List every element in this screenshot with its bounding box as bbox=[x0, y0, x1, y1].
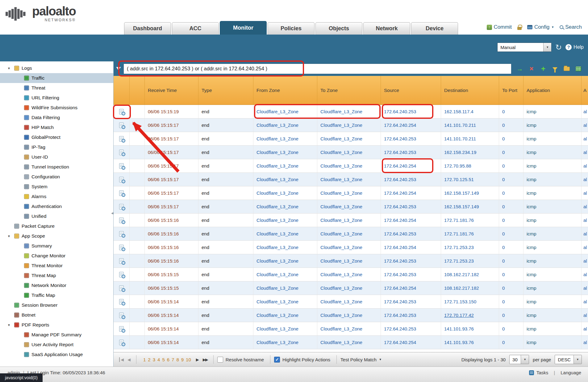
log-detail-icon[interactable] bbox=[119, 245, 124, 250]
cell-action[interactable]: al bbox=[582, 268, 588, 281]
sidebar-item-logs[interactable]: ▼Logs bbox=[0, 63, 113, 73]
expander-icon[interactable]: ▼ bbox=[7, 323, 14, 327]
cell-to-zone[interactable]: Cloudflare_L3_Zone bbox=[317, 214, 381, 227]
expander-icon[interactable]: ▼ bbox=[7, 235, 14, 238]
cell-application[interactable]: icmp bbox=[523, 146, 582, 159]
per-page-select[interactable]: 30 ▼ bbox=[509, 355, 529, 364]
tab-policies[interactable]: Policies bbox=[268, 22, 315, 35]
cell-from-zone[interactable]: Cloudflare_L3_Zone bbox=[253, 336, 317, 349]
cell-source[interactable]: 172.64.240.253 bbox=[381, 105, 441, 118]
cell-to-zone[interactable]: Cloudflare_L3_Zone bbox=[317, 268, 381, 281]
first-page-button[interactable]: ◀ bbox=[119, 357, 124, 362]
help-button[interactable]: ? Help bbox=[565, 44, 584, 50]
page-9[interactable]: 9 bbox=[181, 357, 184, 362]
filter-input[interactable] bbox=[123, 64, 511, 74]
cell-destination[interactable]: 141.101.70.211 bbox=[441, 118, 499, 132]
cell-source[interactable]: 172.64.240.254 bbox=[381, 336, 441, 349]
refresh-icon[interactable]: ↻ bbox=[555, 44, 562, 51]
cell-application[interactable]: icmp bbox=[523, 281, 582, 295]
column-header-source[interactable]: Source bbox=[381, 76, 441, 105]
cell-destination[interactable]: 172.71.153.150 bbox=[441, 295, 499, 308]
lock-icon[interactable] bbox=[517, 27, 522, 30]
sidebar-item-session-browser[interactable]: Session Browser bbox=[0, 300, 113, 310]
cell-action[interactable]: al bbox=[582, 241, 588, 254]
cell-action[interactable]: al bbox=[582, 186, 588, 200]
cell-from-zone[interactable]: Cloudflare_L3_Zone bbox=[253, 227, 317, 240]
cell-from-zone[interactable]: Cloudflare_L3_Zone bbox=[253, 159, 317, 172]
cell-application[interactable]: icmp bbox=[523, 173, 582, 186]
sort-order-select[interactable]: DESC ▼ bbox=[555, 355, 582, 364]
cell-source[interactable]: 172.64.240.253 bbox=[381, 268, 441, 281]
cell-source[interactable]: 172.64.240.253 bbox=[381, 309, 441, 322]
cell-from-zone[interactable]: Cloudflare_L3_Zone bbox=[253, 118, 317, 132]
cell-from-zone[interactable]: Cloudflare_L3_Zone bbox=[253, 173, 317, 186]
sidebar-item-globalprotect[interactable]: GlobalProtect bbox=[0, 132, 113, 142]
log-detail-icon[interactable] bbox=[119, 190, 124, 196]
cell-to-zone[interactable]: Cloudflare_L3_Zone bbox=[317, 159, 381, 172]
cell-destination[interactable]: 108.162.217.182 bbox=[441, 281, 499, 295]
cell-source[interactable]: 172.64.240.253 bbox=[381, 322, 441, 335]
sidebar-item-botnet[interactable]: Botnet bbox=[0, 310, 113, 320]
cell-application[interactable]: icmp bbox=[523, 227, 582, 240]
log-detail-icon[interactable] bbox=[119, 272, 124, 277]
cell-to-zone[interactable]: Cloudflare_L3_Zone bbox=[317, 336, 381, 349]
log-detail-icon[interactable] bbox=[119, 313, 124, 318]
sidebar-item-tunnel-inspection[interactable]: Tunnel Inspection bbox=[0, 162, 113, 172]
cell-to-zone[interactable]: Cloudflare_L3_Zone bbox=[317, 105, 381, 118]
cell-action[interactable]: al bbox=[582, 105, 588, 118]
caret-down-icon[interactable]: ▼ bbox=[573, 355, 582, 364]
cell-source[interactable]: 172.64.240.253 bbox=[381, 254, 441, 268]
cell-to-zone[interactable]: Cloudflare_L3_Zone bbox=[317, 173, 381, 186]
cell-destination[interactable]: 172.70.95.88 bbox=[441, 159, 499, 172]
cell-action[interactable]: al bbox=[582, 214, 588, 227]
tab-acc[interactable]: ACC bbox=[172, 22, 219, 35]
cell-from-zone[interactable]: Cloudflare_L3_Zone bbox=[253, 200, 317, 213]
cell-source[interactable]: 172.64.240.253 bbox=[381, 173, 441, 186]
cell-application[interactable]: icmp bbox=[523, 254, 582, 268]
expander-icon[interactable]: ▼ bbox=[7, 67, 14, 70]
cell-destination[interactable]: 162.158.157.149 bbox=[441, 200, 499, 213]
log-detail-icon[interactable] bbox=[119, 122, 124, 128]
apply-filter-icon[interactable]: → bbox=[516, 65, 524, 73]
cell-to-port[interactable]: 0 bbox=[499, 241, 523, 254]
cell-from-zone[interactable]: Cloudflare_L3_Zone bbox=[253, 322, 317, 335]
sidebar-item-traffic-map[interactable]: Traffic Map bbox=[0, 290, 113, 300]
log-detail-icon[interactable] bbox=[119, 285, 124, 291]
column-header-to-port[interactable]: To Port bbox=[499, 76, 523, 105]
cell-to-zone[interactable]: Cloudflare_L3_Zone bbox=[317, 146, 381, 159]
cell-to-port[interactable]: 0 bbox=[499, 118, 523, 132]
cell-to-zone[interactable]: Cloudflare_L3_Zone bbox=[317, 132, 381, 145]
cell-action[interactable]: al bbox=[582, 159, 588, 172]
cell-destination[interactable]: 162.158.117.4 bbox=[441, 105, 499, 118]
cell-application[interactable]: icmp bbox=[523, 268, 582, 281]
cell-application[interactable]: icmp bbox=[523, 309, 582, 322]
log-detail-icon[interactable] bbox=[119, 109, 124, 114]
cell-to-port[interactable]: 0 bbox=[499, 268, 523, 281]
cell-to-port[interactable]: 0 bbox=[499, 281, 523, 295]
cell-to-port[interactable]: 0 bbox=[499, 295, 523, 308]
sidebar-item-user-activity-report[interactable]: User Activity Report bbox=[0, 340, 113, 350]
sidebar-item-ip-tag[interactable]: IP-Tag bbox=[0, 142, 113, 152]
language-button[interactable]: Language bbox=[561, 370, 581, 375]
log-detail-icon[interactable] bbox=[119, 326, 124, 332]
config-button[interactable]: Config ▼ bbox=[527, 24, 554, 30]
column-header-from-zone[interactable]: From Zone bbox=[253, 76, 317, 105]
cell-destination[interactable]: 172.71.253.23 bbox=[441, 241, 499, 254]
cell-source[interactable]: 172.64.240.253 bbox=[381, 227, 441, 240]
cell-application[interactable]: icmp bbox=[523, 105, 582, 118]
cell-from-zone[interactable]: Cloudflare_L3_Zone bbox=[253, 268, 317, 281]
cell-to-zone[interactable]: Cloudflare_L3_Zone bbox=[317, 254, 381, 268]
cell-from-zone[interactable]: Cloudflare_L3_Zone bbox=[253, 254, 317, 268]
page-2[interactable]: 2 bbox=[148, 357, 150, 362]
sidebar-item-wildfire-submissions[interactable]: WildFire Submissions bbox=[0, 103, 113, 113]
log-detail-icon[interactable] bbox=[119, 231, 124, 237]
sidebar-item-configuration[interactable]: Configuration bbox=[0, 172, 113, 182]
sidebar-item-app-scope[interactable]: ▼App Scope bbox=[0, 231, 113, 241]
caret-down-icon[interactable]: ▼ bbox=[521, 355, 529, 364]
cell-destination[interactable]: 141.101.93.76 bbox=[441, 322, 499, 335]
sidebar-item-pdf-reports[interactable]: ▼PDF Reports bbox=[0, 320, 113, 330]
cell-to-port[interactable]: 0 bbox=[499, 132, 523, 145]
column-header-type[interactable]: Type bbox=[198, 76, 253, 105]
page-10[interactable]: 10 bbox=[186, 357, 191, 362]
page-7[interactable]: 7 bbox=[172, 357, 174, 362]
